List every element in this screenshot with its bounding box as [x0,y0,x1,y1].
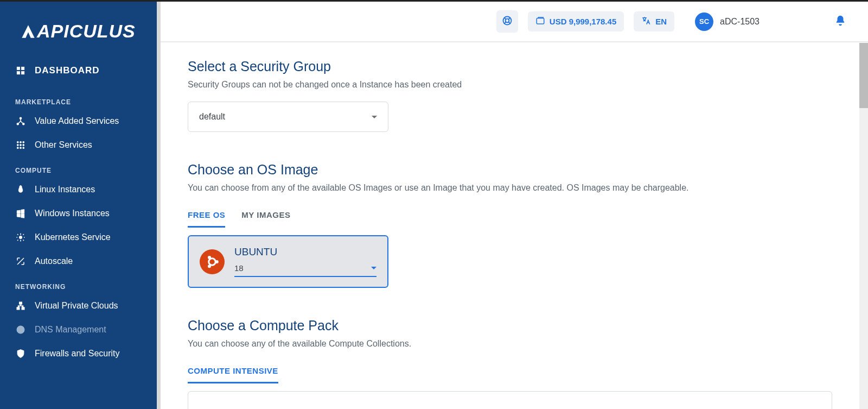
svg-point-26 [208,255,211,259]
svg-point-22 [505,19,509,23]
balance-chip[interactable]: USD 9,999,178.45 [528,11,624,32]
services-icon [15,116,26,126]
scrollbar-track[interactable] [859,43,868,409]
nav-label: Virtual Private Clouds [35,301,118,311]
user-label: aDC-1503 [720,17,760,27]
security-group-help: Security Groups can not be changed once … [188,80,832,90]
nav-kubernetes-service[interactable]: Kubernetes Service [0,225,157,249]
ubuntu-icon [200,249,225,274]
bell-icon [834,19,846,28]
svg-rect-17 [20,302,22,304]
nav-label: Other Services [35,140,92,150]
svg-point-14 [20,147,22,149]
svg-point-27 [208,265,211,268]
user-menu[interactable]: SC aDC-1503 [695,12,760,31]
nav-windows-instances[interactable]: Windows Instances [0,202,157,225]
svg-point-5 [17,123,18,125]
svg-point-15 [23,147,24,149]
svg-point-8 [20,141,22,143]
svg-rect-1 [22,67,24,70]
shield-icon [15,349,26,358]
nav-label: Value Added Services [35,116,119,126]
topbar: USD 9,999,178.45 EN SC aDC-1503 [161,2,868,42]
sidebar-resize-handle[interactable] [157,2,161,409]
sidebar: APICULUS DASHBOARD MARKETPLACE Value Add… [0,2,157,409]
svg-rect-3 [22,72,24,74]
svg-rect-2 [17,72,20,74]
translate-icon [641,16,651,27]
dashboard-icon [15,66,26,75]
tab-my-images[interactable]: MY IMAGES [241,205,290,228]
avatar: SC [695,12,713,31]
nav-firewalls[interactable]: Firewalls and Security [0,342,157,366]
svg-rect-0 [17,67,20,70]
wallet-icon [535,16,545,27]
brand-logo: APICULUS [0,15,157,58]
os-version-value: 18 [234,263,244,273]
tab-free-os[interactable]: FREE OS [188,205,225,228]
security-group-title: Select a Security Group [188,59,832,74]
globe-icon [15,325,26,335]
kubernetes-icon [15,232,26,242]
nav-dashboard[interactable]: DASHBOARD [0,58,157,83]
os-version-select[interactable]: 18 [234,261,376,277]
svg-point-24 [209,258,216,265]
svg-point-4 [20,117,22,119]
svg-rect-18 [17,307,20,310]
os-card-ubuntu[interactable]: UBUNTU 18 [188,235,388,288]
os-image-help: You can choose from any of the available… [188,183,832,193]
compute-pack-title: Choose a Compute Pack [188,318,832,334]
section-marketplace: MARKETPLACE [0,89,157,109]
scrollbar-thumb[interactable] [859,43,868,108]
tab-compute-intensive[interactable]: COMPUTE INTENSIVE [188,361,278,383]
nav-label: Linux Instances [35,185,95,194]
svg-point-13 [17,147,18,149]
section-networking: NETWORKING [0,273,157,294]
windows-icon [15,209,26,218]
svg-point-9 [23,141,24,143]
chevron-down-icon [372,116,377,118]
nav-dashboard-label: DASHBOARD [35,65,100,76]
compute-options-panel [188,391,832,409]
nav-autoscale[interactable]: Autoscale [0,249,157,273]
nav-vpc[interactable]: Virtual Private Clouds [0,294,157,318]
autoscale-icon [15,256,26,266]
help-button[interactable] [496,10,518,33]
os-card-texts: UBUNTU 18 [234,246,376,277]
nav-label: DNS Management [35,325,106,335]
linux-icon [15,185,26,194]
compute-pack-help: You can choose any of the available Comp… [188,339,832,349]
svg-point-25 [215,260,219,263]
nav-label: Kubernetes Service [35,232,111,242]
os-image-title: Choose an OS Image [188,162,832,178]
svg-point-16 [20,236,22,239]
svg-point-11 [20,144,22,146]
os-name: UBUNTU [234,246,376,258]
svg-rect-23 [537,18,544,24]
svg-point-7 [17,141,18,143]
main-content: Select a Security Group Security Groups … [161,42,859,409]
nav-value-added-services[interactable]: Value Added Services [0,109,157,133]
security-group-select[interactable]: default [188,102,388,132]
section-compute: COMPUTE [0,157,157,178]
nav-label: Autoscale [35,256,73,266]
security-group-section: Select a Security Group Security Groups … [188,59,832,132]
language-text: EN [655,17,667,26]
svg-point-6 [23,123,24,125]
os-image-section: Choose an OS Image You can choose from a… [188,162,832,288]
notifications-button[interactable] [834,15,846,29]
chevron-down-icon [371,267,376,269]
network-icon [15,301,26,311]
nav-linux-instances[interactable]: Linux Instances [0,178,157,202]
security-group-value: default [199,112,225,122]
svg-point-12 [23,144,24,146]
nav-other-services[interactable]: Other Services [0,133,157,157]
language-switch[interactable]: EN [634,11,674,32]
svg-point-10 [17,144,18,146]
compute-pack-section: Choose a Compute Pack You can choose any… [188,318,832,409]
svg-rect-19 [22,307,24,310]
nav-dns-management[interactable]: DNS Management [0,318,157,342]
balance-text: USD 9,999,178.45 [550,17,616,26]
lifebuoy-icon [502,15,513,28]
compute-tabs: COMPUTE INTENSIVE [188,361,832,383]
